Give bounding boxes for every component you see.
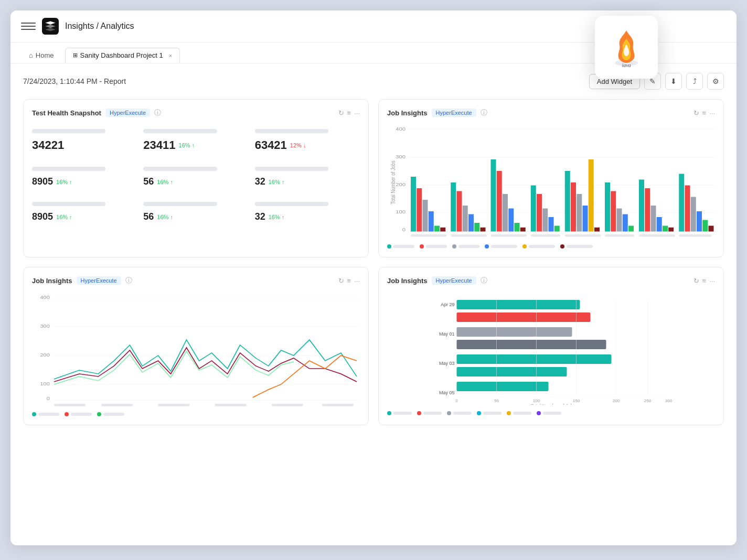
legend-item (452, 244, 479, 249)
stat-label-bar (255, 129, 328, 133)
tab-active[interactable]: ⊞ Sanity Dashboard Project 1 × (65, 48, 180, 63)
widget-header-3: Job Insights HyperExecute ⓘ ↻ ≡ ··· (32, 276, 360, 285)
info-icon-2: ⓘ (481, 108, 487, 117)
stat-label-bar (255, 202, 328, 206)
stat-item: 56 16% ↑ (143, 198, 248, 227)
stat-value: 8905 16% ↑ (32, 211, 137, 222)
svg-rect-44 (611, 191, 616, 232)
widget-actions-1: ↻ ≡ ··· (338, 109, 360, 117)
svg-rect-64 (565, 234, 601, 236)
svg-rect-60 (411, 234, 447, 236)
svg-rect-28 (503, 194, 508, 232)
svg-text:400: 400 (40, 295, 50, 300)
legend-dot (452, 244, 456, 249)
stat-number: 56 (143, 211, 154, 222)
share-button[interactable]: ⤴ (686, 73, 703, 90)
widget-title-1: Test Health Snapshot (32, 109, 101, 117)
stat-change: 16% ↑ (56, 214, 72, 220)
legend-label-bar (393, 412, 412, 415)
legend-item (485, 244, 517, 249)
svg-rect-93 (457, 367, 567, 376)
stat-change: 16% ↑ (269, 214, 285, 220)
refresh-btn-3[interactable]: ↻ (338, 277, 344, 285)
stat-value: 56 16% ↑ (143, 211, 248, 222)
stat-item: 23411 16% ↑ (143, 125, 248, 156)
tab-close-button[interactable]: × (169, 52, 172, 59)
stat-item: 56 16% ↑ (143, 163, 248, 191)
svg-rect-51 (657, 217, 662, 232)
svg-rect-32 (531, 186, 536, 232)
legend-label-bar (543, 412, 561, 415)
filter-btn-2[interactable]: ≡ (702, 109, 707, 117)
home-label: Home (36, 51, 54, 59)
info-icon-3: ⓘ (125, 276, 132, 285)
filter-btn-4[interactable]: ≡ (702, 277, 707, 285)
tab-home[interactable]: ⌂ Home (21, 48, 62, 63)
svg-rect-62 (491, 234, 527, 236)
svg-text:300: 300 (396, 153, 405, 159)
more-btn-1[interactable]: ··· (354, 109, 360, 117)
svg-text:50: 50 (494, 399, 499, 403)
svg-rect-38 (571, 182, 576, 232)
hbar-chart-svg: Apr 29 May 01 May 03 May 05 (391, 295, 715, 405)
widget-badge-4: HyperExecute (432, 276, 476, 285)
svg-rect-79 (101, 404, 133, 406)
legend-item (447, 411, 472, 415)
legend-item (537, 411, 561, 415)
java-icon: java (608, 25, 645, 69)
svg-text:May 05: May 05 (439, 390, 455, 395)
svg-rect-22 (463, 206, 468, 232)
svg-rect-23 (468, 214, 474, 232)
svg-rect-50 (651, 206, 656, 232)
legend-label-bar (513, 412, 531, 415)
stat-value: 34221 (32, 138, 137, 152)
svg-rect-80 (158, 404, 189, 406)
stat-label-bar (255, 167, 328, 171)
svg-text:100: 100 (533, 399, 540, 403)
more-btn-2[interactable]: ··· (709, 109, 715, 117)
svg-rect-49 (645, 188, 650, 232)
svg-rect-35 (549, 217, 554, 232)
stat-value: 56 16% ↑ (143, 176, 248, 187)
widget-title-group-2: Job Insights HyperExecute ⓘ (387, 108, 487, 117)
legend-item (420, 244, 447, 249)
filter-btn-3[interactable]: ≡ (347, 277, 351, 285)
svg-text:0: 0 (47, 396, 50, 401)
refresh-btn-4[interactable]: ↻ (693, 277, 699, 285)
svg-rect-16 (423, 200, 428, 232)
stat-number: 56 (143, 176, 154, 187)
stat-label-bar (32, 202, 105, 206)
stat-value: 23411 16% ↑ (143, 138, 248, 152)
more-btn-4[interactable]: ··· (709, 277, 715, 285)
tab-icon: ⊞ (73, 52, 78, 59)
stat-item: 63421 12% ↓ (255, 125, 360, 156)
svg-rect-18 (434, 226, 440, 232)
stat-label-bar (143, 202, 217, 206)
settings-button[interactable]: ⚙ (707, 73, 724, 90)
stat-label-bar (143, 167, 217, 171)
download-button[interactable]: ⬇ (665, 73, 682, 90)
legend-label-bar (423, 412, 442, 415)
more-btn-3[interactable]: ··· (354, 277, 360, 285)
svg-rect-92 (457, 354, 612, 364)
refresh-btn-1[interactable]: ↻ (338, 109, 344, 117)
svg-text:0: 0 (402, 227, 405, 232)
svg-rect-94 (457, 382, 549, 391)
svg-text:May 01: May 01 (439, 331, 455, 337)
filter-btn-1[interactable]: ≡ (347, 109, 351, 117)
legend-dot (477, 411, 481, 415)
bar-chart-svg: 400 300 200 100 0 Total Number of Jobs (387, 125, 715, 240)
refresh-btn-2[interactable]: ↻ (693, 109, 699, 117)
stat-number: 63421 (255, 138, 287, 152)
legend-label-bar (567, 245, 593, 248)
legend-item (417, 411, 442, 415)
svg-text:200: 200 (40, 352, 50, 358)
svg-rect-57 (697, 211, 702, 232)
svg-rect-14 (411, 177, 416, 232)
svg-rect-67 (679, 234, 712, 236)
menu-button[interactable] (21, 19, 36, 34)
bar-chart-area: 400 300 200 100 0 Total Number of Jobs (387, 125, 715, 240)
legend-dot (387, 244, 391, 249)
svg-text:100: 100 (40, 381, 50, 386)
svg-rect-31 (520, 228, 526, 232)
